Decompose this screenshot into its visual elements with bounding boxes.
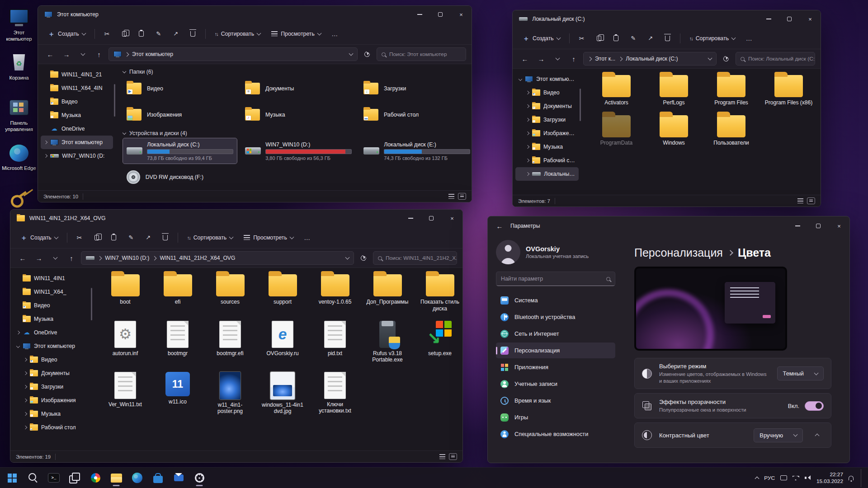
- store-icon[interactable]: [148, 469, 167, 487]
- cut-button[interactable]: [99, 27, 115, 41]
- large-icons-view-button[interactable]: [458, 193, 466, 200]
- titlebar[interactable]: Этот компьютер ×: [38, 6, 472, 23]
- up-button[interactable]: ↑: [65, 251, 78, 265]
- copy-button[interactable]: [89, 230, 104, 245]
- share-button[interactable]: [643, 31, 658, 46]
- dropdown[interactable]: Темный: [777, 366, 824, 380]
- sidebar-item[interactable]: Музыка: [13, 407, 90, 421]
- account-card[interactable]: OVGorskiy Локальная учетная запись: [496, 240, 615, 264]
- file-tile[interactable]: efi: [152, 271, 203, 314]
- file-tile[interactable]: sources: [205, 271, 255, 314]
- sidebar-item[interactable]: Видео: [13, 353, 90, 366]
- sidebar-item[interactable]: Рабочий стол: [13, 421, 90, 434]
- minimize-button[interactable]: [400, 210, 421, 227]
- up-button[interactable]: ↑: [92, 47, 106, 61]
- search-input[interactable]: Поиск: Этот компьютер: [377, 47, 466, 61]
- rename-button[interactable]: [626, 31, 641, 46]
- details-view-button[interactable]: [439, 454, 445, 459]
- settings-nav-item[interactable]: Время и язык: [496, 393, 615, 408]
- folder-tile[interactable]: Program Files (x86): [761, 71, 816, 108]
- close-button[interactable]: ×: [451, 6, 472, 23]
- edge-icon[interactable]: [127, 469, 146, 487]
- desktop-icon[interactable]: Этот компьютер: [1, 8, 37, 42]
- view-button[interactable]: Просмотреть: [267, 28, 326, 40]
- drive-tile[interactable]: Локальный диск (E:) 74,3 ГБ свободно из …: [360, 138, 472, 164]
- clock[interactable]: 22:27 15.03.2022: [816, 471, 843, 484]
- scrollbar[interactable]: [114, 84, 115, 117]
- delete-button[interactable]: [660, 31, 675, 46]
- address-bar[interactable]: Этот компьютер: [108, 47, 358, 61]
- sidebar-item[interactable]: Изображения: [13, 394, 90, 407]
- maximize-button[interactable]: [779, 10, 800, 28]
- sidebar-item[interactable]: Изображения: [515, 127, 579, 140]
- paste-button[interactable]: [106, 230, 122, 245]
- large-icons-view-button[interactable]: [449, 453, 457, 460]
- new-button[interactable]: ＋Создать: [43, 27, 90, 40]
- settings-nav-item[interactable]: Учетные записи: [496, 376, 615, 392]
- photos-icon[interactable]: [86, 469, 105, 487]
- folder-tile[interactable]: Activators: [589, 71, 644, 108]
- recent-locations-button[interactable]: [48, 251, 62, 265]
- folder-tile[interactable]: Пользователи: [703, 112, 759, 148]
- sidebar-item[interactable]: WIN11_4IN1: [13, 272, 90, 285]
- sidebar-item[interactable]: Этот компьютер: [515, 72, 579, 86]
- desktop-icon[interactable]: Microsoft Edge: [1, 144, 37, 171]
- sidebar-item[interactable]: WIN7_WIN10 (D:: [41, 149, 113, 163]
- dropdown[interactable]: Вручную: [754, 428, 803, 442]
- sidebar-item[interactable]: WIN11_X64_: [13, 285, 90, 299]
- copy-button[interactable]: [117, 27, 132, 41]
- sidebar-item[interactable]: Рабочий стол: [515, 154, 579, 167]
- sort-button[interactable]: ↑↓Сортировать: [210, 28, 265, 40]
- drive-tile[interactable]: Локальный диск (C:) 73,8 ГБ свободно из …: [123, 138, 237, 164]
- rename-button[interactable]: [151, 27, 166, 41]
- drive-tile[interactable]: WIN7_WIN10 (D:) 3,80 ГБ свободно из 56,3…: [241, 138, 355, 164]
- language-indicator[interactable]: РУС: [764, 475, 775, 481]
- settings-row[interactable]: Выберите режим Изменение цветов, отображ…: [634, 358, 831, 389]
- task-view-icon[interactable]: [65, 469, 84, 487]
- refresh-button[interactable]: [357, 251, 370, 265]
- titlebar[interactable]: Локальный диск (C:) ×: [513, 10, 821, 28]
- delete-button[interactable]: [158, 230, 173, 245]
- sidebar-item[interactable]: Локальный ди...: [515, 167, 579, 181]
- refresh-button[interactable]: [360, 47, 374, 61]
- file-tile[interactable]: Доп_Программы: [362, 271, 413, 314]
- sort-button[interactable]: ↑↓Сортировать: [183, 231, 237, 244]
- folder-tile[interactable]: Windows: [646, 112, 702, 148]
- terminal-icon[interactable]: [44, 469, 63, 487]
- sidebar-item[interactable]: Видео: [13, 299, 90, 312]
- close-button[interactable]: ×: [829, 216, 849, 235]
- address-bar[interactable]: WIN7_WIN10 (D:) WIN11_4IN1_21H2_X64_OVG: [81, 251, 354, 265]
- section-drives[interactable]: Устройства и диски (4): [123, 128, 464, 138]
- sort-button[interactable]: ↑↓Сортировать: [685, 32, 740, 45]
- refresh-button[interactable]: [719, 52, 733, 66]
- sidebar-item[interactable]: Видео: [41, 95, 113, 108]
- file-tile[interactable]: pid.txt: [310, 317, 360, 365]
- sidebar-item[interactable]: Загрузки: [515, 113, 579, 127]
- file-tile[interactable]: Ключи установки.txt: [310, 368, 360, 416]
- file-tile[interactable]: w11_4in1-poster.png: [205, 368, 255, 416]
- breadcrumb-current[interactable]: WIN11_4IN1_21H2_X64_OVG: [160, 255, 235, 261]
- search-input[interactable]: Поиск: Локальный диск (C:): [736, 52, 815, 66]
- file-tile[interactable]: bootmgr.efi: [205, 317, 255, 365]
- details-view-button[interactable]: [448, 194, 454, 199]
- dvd-tile[interactable]: DVD RW дисковод (F:): [123, 165, 237, 189]
- folder-tile[interactable]: Видео: [123, 77, 237, 100]
- explorer-icon[interactable]: [107, 469, 126, 487]
- forward-button[interactable]: →: [32, 251, 46, 265]
- breadcrumb-parent[interactable]: Персонализация: [634, 246, 723, 259]
- titlebar[interactable]: ← Параметры ×: [488, 216, 849, 235]
- sidebar-item[interactable]: Документы: [515, 99, 579, 113]
- back-button[interactable]: ←: [518, 52, 532, 66]
- show-desktop-button[interactable]: [861, 469, 863, 487]
- back-button[interactable]: ←: [16, 251, 29, 265]
- breadcrumb[interactable]: Этот компьютер: [132, 51, 173, 57]
- transparency-toggle[interactable]: [805, 401, 824, 411]
- desktop-icon[interactable]: Панель управления: [1, 99, 37, 132]
- close-button[interactable]: ×: [442, 210, 462, 227]
- folder-tile[interactable]: Изображения: [123, 103, 237, 127]
- search-input[interactable]: Поиск: WIN11_4IN1_21H2_X...: [373, 251, 457, 265]
- settings-nav-item[interactable]: Bluetooth и устройства: [496, 309, 615, 325]
- settings-nav-item[interactable]: Игры: [496, 409, 615, 425]
- paste-button[interactable]: [134, 27, 149, 41]
- settings-nav-item[interactable]: Сеть и Интернет: [496, 326, 615, 342]
